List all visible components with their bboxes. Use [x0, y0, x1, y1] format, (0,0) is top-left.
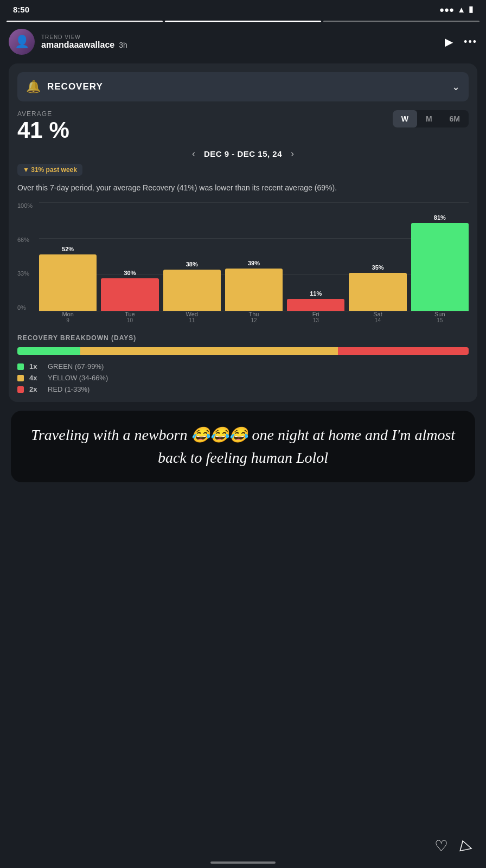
x-day-thu: Thu [225, 311, 283, 317]
bar-val-sat: 35% [372, 264, 384, 271]
average-number: 41 [17, 117, 43, 143]
recovery-title: RECOVERY [47, 81, 103, 92]
summary-text: Over this 7-day period, your average Rec… [17, 182, 469, 194]
bar-mon: 52% [39, 246, 97, 311]
legend-count-yellow: 4x [29, 374, 42, 382]
avatar[interactable]: 👤 [9, 29, 35, 55]
wifi-icon: ▲ [457, 5, 465, 14]
average-value: 41 % [17, 119, 69, 142]
x-label-tue: Tue 10 [101, 311, 158, 323]
date-range: DEC 9 - DEC 15, 24 [204, 149, 282, 158]
x-label-sun: Sun 15 [411, 311, 469, 323]
username[interactable]: amandaaawallace [41, 40, 114, 50]
chart-container: 100% 66% 33% 0% 52% [17, 202, 469, 323]
bar-sun: 81% [411, 214, 469, 311]
y-label-33: 33% [17, 270, 39, 277]
average-label: AVERAGE [17, 110, 69, 118]
x-date-tue: 10 [101, 317, 158, 323]
x-label-fri: Fri 13 [287, 311, 344, 323]
progress-bar-3 [323, 21, 479, 22]
share-button[interactable]: ▷ [459, 836, 475, 857]
bar-rect-wed [163, 270, 221, 311]
recovery-icon: 🔔 [26, 80, 41, 94]
header-actions: ▶ ••• [445, 35, 477, 48]
recovery-left: 🔔 RECOVERY [26, 80, 103, 94]
breakdown-section: RECOVERY BREAKDOWN (DAYS) 1x GREEN (67-9… [17, 334, 469, 393]
status-bar: 8:50 ●●● ▲ ▮ [0, 0, 486, 18]
date-navigation: ‹ DEC 9 - DEC 15, 24 › [17, 148, 469, 159]
tab-6month[interactable]: 6M [441, 110, 469, 127]
bottom-actions: ♡ ▷ [434, 837, 473, 855]
bar-rect-sat [349, 273, 406, 311]
next-date-button[interactable]: › [291, 148, 294, 159]
period-tabs[interactable]: W M 6M [393, 110, 469, 127]
breakdown-legend: 1x GREEN (67-99%) 4x YELLOW (34-66%) 2x … [17, 362, 469, 393]
caption-container: Traveling with a newborn 😂😂😂 one night a… [11, 411, 475, 482]
x-date-fri: 13 [287, 317, 344, 323]
chevron-down-icon[interactable]: ⌄ [452, 81, 460, 93]
grid-line-0 [39, 311, 469, 311]
x-date-sat: 14 [349, 317, 406, 323]
legend-row-yellow: 4x YELLOW (34-66%) [17, 374, 469, 382]
home-indicator [210, 861, 276, 864]
bar-val-sun: 81% [434, 214, 446, 221]
breakdown-green-segment [17, 347, 80, 355]
bar-val-fri: 11% [310, 290, 322, 297]
bar-val-tue: 30% [124, 270, 136, 276]
time-ago: 3h [119, 41, 127, 49]
bar-rect-mon [39, 254, 97, 311]
breakdown-red-segment [338, 347, 469, 355]
trend-label: TREND VIEW [41, 34, 438, 40]
x-day-mon: Mon [39, 311, 97, 317]
average-unit: % [49, 117, 69, 143]
bar-rect-tue [101, 278, 158, 311]
recovery-header[interactable]: 🔔 RECOVERY ⌄ [17, 72, 469, 101]
x-label-wed: Wed 11 [163, 311, 221, 323]
past-week-badge: ▼ 31% past week [17, 164, 82, 176]
tab-week[interactable]: W [393, 110, 417, 127]
bar-tue: 30% [101, 270, 158, 311]
x-day-sun: Sun [411, 311, 469, 317]
legend-count-red: 2x [29, 385, 42, 393]
breakdown-subtitle: (DAYS) [111, 334, 136, 342]
x-day-fri: Fri [287, 311, 344, 317]
x-day-tue: Tue [101, 311, 158, 317]
legend-count-green: 1x [29, 362, 42, 371]
username-row: amandaaawallace 3h [41, 40, 438, 50]
legend-label-red: RED (1-33%) [48, 385, 89, 393]
stats-row: AVERAGE 41 % W M 6M [17, 110, 469, 142]
x-date-sun: 15 [411, 317, 469, 323]
x-day-wed: Wed [163, 311, 221, 317]
stats-left: AVERAGE 41 % [17, 110, 69, 142]
breakdown-bar [17, 347, 469, 355]
play-button[interactable]: ▶ [445, 35, 453, 48]
bar-val-thu: 39% [248, 260, 260, 266]
legend-row-green: 1x GREEN (67-99%) [17, 362, 469, 371]
battery-icon: ▮ [469, 4, 473, 14]
more-button[interactable]: ••• [464, 36, 477, 48]
header-info: TREND VIEW amandaaawallace 3h [41, 34, 438, 50]
x-label-sat: Sat 14 [349, 311, 406, 323]
prev-date-button[interactable]: ‹ [192, 148, 195, 159]
avatar-image: 👤 [9, 29, 35, 55]
bar-val-mon: 52% [62, 246, 74, 252]
x-date-thu: 12 [225, 317, 283, 323]
breakdown-title: RECOVERY BREAKDOWN (DAYS) [17, 334, 469, 342]
legend-dot-green [17, 363, 24, 370]
x-label-thu: Thu 12 [225, 311, 283, 323]
x-date-wed: 11 [163, 317, 221, 323]
x-label-mon: Mon 9 [39, 311, 97, 323]
progress-bar-2 [165, 21, 321, 22]
breakdown-label: RECOVERY BREAKDOWN [17, 334, 109, 342]
tab-month[interactable]: M [417, 110, 441, 127]
past-week-text: ▼ 31% past week [23, 166, 77, 174]
y-label-66: 66% [17, 237, 39, 243]
signal-icon: ●●● [439, 5, 454, 14]
like-button[interactable]: ♡ [434, 837, 448, 855]
legend-label-green: GREEN (67-99%) [48, 362, 104, 371]
bar-fri: 11% [287, 290, 344, 311]
story-header: 👤 TREND VIEW amandaaawallace 3h ▶ ••• [0, 24, 486, 59]
progress-bar-1 [7, 21, 163, 22]
legend-dot-red [17, 386, 24, 393]
x-day-sat: Sat [349, 311, 406, 317]
